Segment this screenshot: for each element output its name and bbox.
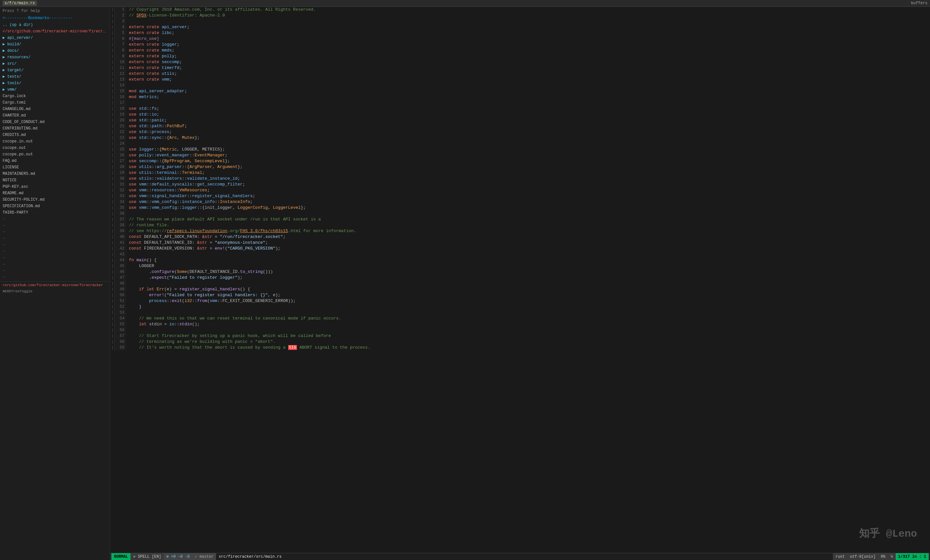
sidebar-tilde-9: ~ xyxy=(0,268,110,274)
status-filepath: src/firecracker/src/main.rs xyxy=(216,553,833,560)
code-line-33: | 33 use vmm::signal_handler::register_s… xyxy=(110,193,930,199)
code-line-37: | 37 // The reason we place default API … xyxy=(110,217,930,222)
code-line-36: | 36 xyxy=(110,211,930,217)
code-line-40: | 40 const DEFAULT_API_SOCK_PATH: &str =… xyxy=(110,234,930,240)
code-line-49: | 49 if let Err(e) = register_signal_han… xyxy=(110,286,930,292)
sidebar-credits[interactable]: CREDITS.md xyxy=(0,132,110,138)
code-line-30: | 30 use utils::validators::validate_ins… xyxy=(110,176,930,182)
sidebar-faq[interactable]: FAQ.md xyxy=(0,158,110,164)
sidebar-cscope-in[interactable]: cscope.in.out xyxy=(0,138,110,145)
code-line-52: | 52 } xyxy=(110,304,930,310)
code-line-47: | 47 .expect("Failed to register logger"… xyxy=(110,275,930,281)
status-encoding: utf-8[unix] xyxy=(847,553,878,560)
code-line-13: | 13 extern crate vmm; xyxy=(110,77,930,83)
sidebar-third-party[interactable]: THIRD-PARTY xyxy=(0,209,110,216)
sidebar-target[interactable]: ▶ target/ xyxy=(0,67,110,74)
code-view[interactable]: | 1 // Copyright 2018 Amazon.com, Inc. o… xyxy=(110,7,930,553)
code-line-10: | 10 extern crate seccomp; xyxy=(110,59,930,65)
sidebar-cscope-po[interactable]: cscope.po.out xyxy=(0,151,110,158)
code-line-43: | 43 xyxy=(110,252,930,257)
code-line-53: | 53 xyxy=(110,310,930,315)
sidebar-tilde-3: ~ xyxy=(0,229,110,235)
sidebar-changelog[interactable]: CHANGELOG.md xyxy=(0,106,110,112)
sidebar-readme[interactable]: README.md xyxy=(0,190,110,197)
code-line-54: | 54 // We need this so that we can rese… xyxy=(110,315,930,322)
sidebar-tools[interactable]: ▶ tools/ xyxy=(0,80,110,86)
code-line-57: | 57 // Start firecracker by setting up … xyxy=(110,333,930,339)
sidebar-maintainers[interactable]: MAINTAINERS.md xyxy=(0,171,110,177)
code-line-18: | 18 use std::fs; xyxy=(110,106,930,112)
sidebar-license[interactable]: LICENSE xyxy=(0,164,110,171)
code-line-27: | 27 use seccomp::{BpfProgram, SeccompLe… xyxy=(110,158,930,164)
sidebar-src[interactable]: ▶ src/ xyxy=(0,60,110,67)
status-bar: NORMAL » SPELL [EN] ⊕ +0 ~0 -0 ✓ master … xyxy=(110,553,930,560)
code-line-42: | 42 const FIRECRACKER_VERSION: &str = e… xyxy=(110,246,930,252)
sidebar-tilde-10: ~ xyxy=(0,274,110,281)
code-line-1: | 1 // Copyright 2018 Amazon.com, Inc. o… xyxy=(110,7,930,12)
title-filename: s/f/s/main.rs xyxy=(3,1,37,6)
status-mode: NORMAL xyxy=(111,553,131,560)
sidebar-code-conduct[interactable]: CODE_OF_CONDUCT.md xyxy=(0,119,110,125)
code-line-25: | 25 use logger::{Metric, LOGGER, METRIC… xyxy=(110,147,930,152)
status-percent: 0% xyxy=(878,553,888,560)
code-line-29: | 29 use utils::terminal::Terminal; xyxy=(110,170,930,176)
code-line-9: | 9 extern crate polly; xyxy=(110,54,930,59)
sidebar-resources[interactable]: ▶ resources/ xyxy=(0,54,110,60)
sidebar-build[interactable]: ▶ build/ xyxy=(0,41,110,48)
sidebar-specification[interactable]: SPECIFICATION.md xyxy=(0,203,110,209)
status-branch: ✓ master xyxy=(192,553,216,560)
sidebar-tilde-5: ~ xyxy=(0,242,110,248)
code-line-20: | 20 use std::panic; xyxy=(110,117,930,123)
code-line-58: | 58 // terminating as we're building wi… xyxy=(110,339,930,345)
code-line-44: | 44 fn main() { xyxy=(110,257,930,263)
sidebar-docs[interactable]: ▶ docs/ xyxy=(0,48,110,54)
code-line-4: | 4 extern crate api_server; xyxy=(110,24,930,30)
code-line-26: | 26 use polly::event_manager::EventMana… xyxy=(110,152,930,158)
sidebar-tilde-7: ~ xyxy=(0,255,110,261)
sidebar-tilde-1: ~ xyxy=(0,216,110,222)
sidebar-tilde-2: ~ xyxy=(0,222,110,229)
editor-area: | 1 // Copyright 2018 Amazon.com, Inc. o… xyxy=(110,7,930,560)
sidebar-api-server[interactable]: ▶ api_server/ xyxy=(0,35,110,41)
code-line-31: | 31 use vmm::default_syscalls::get_secc… xyxy=(110,182,930,188)
code-line-55: | 55 let stdin = io::stdin(); xyxy=(110,322,930,327)
sidebar-root-path[interactable]: </src/github.com/firecracker-microvm/fir… xyxy=(0,28,110,35)
code-line-41: | 41 const DEFAULT_INSTANCE_ID: &str = "… xyxy=(110,240,930,246)
sidebar-security[interactable]: SECURITY-POLICY.md xyxy=(0,197,110,203)
title-bar: s/f/s/main.rs buffers xyxy=(0,0,930,7)
sidebar-tilde-4: ~ xyxy=(0,235,110,242)
sidebar-cargo-lock[interactable]: Cargo.lock xyxy=(0,93,110,99)
sidebar-vmm[interactable]: ▶ vmm/ xyxy=(0,86,110,93)
sidebar[interactable]: Press ? for help >----------Bookmarks---… xyxy=(0,7,110,560)
code-line-38: | 38 // runtime file. xyxy=(110,222,930,228)
status-position: 1/317 ln : 1 xyxy=(896,553,929,560)
sidebar-bottom-path: <src/github.com/firecracker-microvm/fire… xyxy=(0,282,110,288)
status-lang: rust xyxy=(833,553,847,560)
code-line-22: | 22 use std::process; xyxy=(110,129,930,135)
code-line-7: | 7 extern crate logger; xyxy=(110,42,930,48)
code-line-23: | 23 use std::sync::{Arc, Mutex}; xyxy=(110,135,930,141)
sidebar-cscope-out[interactable]: cscope.out xyxy=(0,145,110,151)
sidebar-pgp[interactable]: PGP-KEY.asc xyxy=(0,183,110,190)
code-line-56: | 56 xyxy=(110,327,930,333)
sidebar-tests[interactable]: ▶ tests/ xyxy=(0,74,110,80)
code-line-39: | 39 // see https://refspecs.linuxfounda… xyxy=(110,228,930,234)
status-diff: ⊕ +0 ~0 -0 xyxy=(164,553,192,560)
sidebar-up-dir[interactable]: .. (up a dir) xyxy=(0,22,110,28)
sidebar-bookmarks: >----------Bookmarks---------- xyxy=(0,15,110,22)
code-line-34: | 34 use vmm::vmm_config::instance_info:… xyxy=(110,199,930,205)
code-line-35: | 35 use vmm::vmm_config::logger::{init_… xyxy=(110,205,930,211)
code-line-17: | 17 xyxy=(110,100,930,106)
sidebar-cargo-toml[interactable]: Cargo.toml xyxy=(0,99,110,106)
status-fraction: ¼ xyxy=(888,553,895,560)
sidebar-notice[interactable]: NOTICE xyxy=(0,177,110,183)
sidebar-divider xyxy=(0,281,110,282)
code-line-2: | 2 // SPDX-License-Identifier: Apache-2… xyxy=(110,12,930,18)
code-line-3: | 3 xyxy=(110,18,930,24)
sidebar-contributing[interactable]: CONTRIBUTING.md xyxy=(0,125,110,132)
code-line-6: | 6 #[macro_use] xyxy=(110,36,930,42)
code-line-11: | 11 extern crate timerfd; xyxy=(110,65,930,71)
code-line-8: | 8 extern crate mmds; xyxy=(110,48,930,54)
code-line-46: | 46 .configure(Some(DEFAULT_INSTANCE_ID… xyxy=(110,269,930,275)
sidebar-charter[interactable]: CHARTER.md xyxy=(0,112,110,119)
